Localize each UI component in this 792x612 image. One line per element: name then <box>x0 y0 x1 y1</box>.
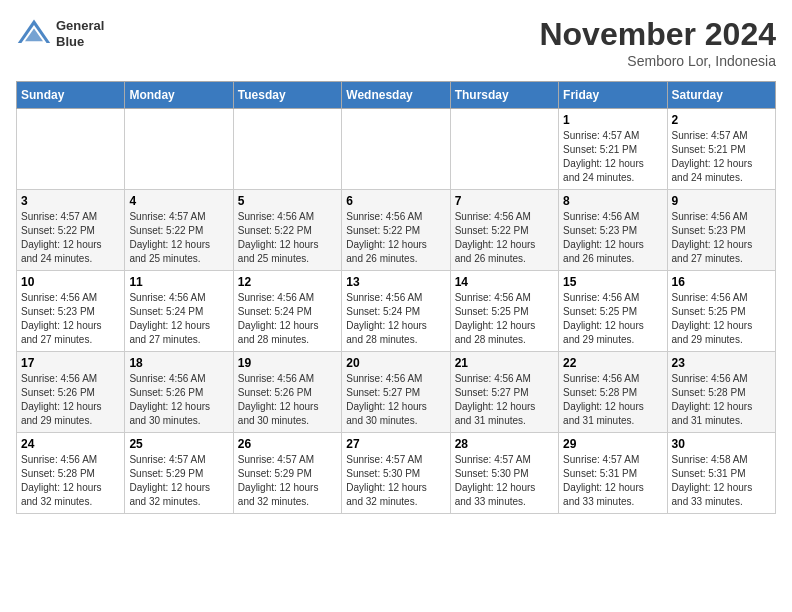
day-number: 30 <box>672 437 771 451</box>
day-number: 21 <box>455 356 554 370</box>
day-number: 3 <box>21 194 120 208</box>
logo: General Blue <box>16 16 104 52</box>
day-number: 7 <box>455 194 554 208</box>
calendar-cell: 11Sunrise: 4:56 AM Sunset: 5:24 PM Dayli… <box>125 271 233 352</box>
calendar-cell: 17Sunrise: 4:56 AM Sunset: 5:26 PM Dayli… <box>17 352 125 433</box>
calendar-cell: 9Sunrise: 4:56 AM Sunset: 5:23 PM Daylig… <box>667 190 775 271</box>
page-header: General Blue November 2024 Semboro Lor, … <box>16 16 776 69</box>
calendar-cell: 2Sunrise: 4:57 AM Sunset: 5:21 PM Daylig… <box>667 109 775 190</box>
day-info: Sunrise: 4:57 AM Sunset: 5:30 PM Dayligh… <box>346 453 445 509</box>
day-number: 26 <box>238 437 337 451</box>
calendar-week-row: 17Sunrise: 4:56 AM Sunset: 5:26 PM Dayli… <box>17 352 776 433</box>
day-number: 13 <box>346 275 445 289</box>
logo-line2: Blue <box>56 34 104 50</box>
weekday-header: Tuesday <box>233 82 341 109</box>
day-info: Sunrise: 4:57 AM Sunset: 5:29 PM Dayligh… <box>129 453 228 509</box>
day-number: 6 <box>346 194 445 208</box>
day-number: 18 <box>129 356 228 370</box>
calendar-cell: 29Sunrise: 4:57 AM Sunset: 5:31 PM Dayli… <box>559 433 667 514</box>
day-number: 8 <box>563 194 662 208</box>
day-info: Sunrise: 4:56 AM Sunset: 5:28 PM Dayligh… <box>21 453 120 509</box>
day-info: Sunrise: 4:56 AM Sunset: 5:23 PM Dayligh… <box>563 210 662 266</box>
day-info: Sunrise: 4:56 AM Sunset: 5:22 PM Dayligh… <box>455 210 554 266</box>
day-info: Sunrise: 4:56 AM Sunset: 5:25 PM Dayligh… <box>563 291 662 347</box>
calendar-cell: 14Sunrise: 4:56 AM Sunset: 5:25 PM Dayli… <box>450 271 558 352</box>
location: Semboro Lor, Indonesia <box>539 53 776 69</box>
day-number: 17 <box>21 356 120 370</box>
calendar-cell: 10Sunrise: 4:56 AM Sunset: 5:23 PM Dayli… <box>17 271 125 352</box>
day-info: Sunrise: 4:56 AM Sunset: 5:26 PM Dayligh… <box>21 372 120 428</box>
calendar-cell: 8Sunrise: 4:56 AM Sunset: 5:23 PM Daylig… <box>559 190 667 271</box>
day-info: Sunrise: 4:58 AM Sunset: 5:31 PM Dayligh… <box>672 453 771 509</box>
day-number: 22 <box>563 356 662 370</box>
day-number: 1 <box>563 113 662 127</box>
calendar-cell: 26Sunrise: 4:57 AM Sunset: 5:29 PM Dayli… <box>233 433 341 514</box>
calendar-cell: 4Sunrise: 4:57 AM Sunset: 5:22 PM Daylig… <box>125 190 233 271</box>
day-number: 10 <box>21 275 120 289</box>
day-info: Sunrise: 4:56 AM Sunset: 5:22 PM Dayligh… <box>238 210 337 266</box>
logo-text: General Blue <box>56 18 104 49</box>
day-info: Sunrise: 4:56 AM Sunset: 5:23 PM Dayligh… <box>672 210 771 266</box>
day-number: 2 <box>672 113 771 127</box>
weekday-header: Monday <box>125 82 233 109</box>
day-info: Sunrise: 4:56 AM Sunset: 5:24 PM Dayligh… <box>238 291 337 347</box>
day-info: Sunrise: 4:57 AM Sunset: 5:29 PM Dayligh… <box>238 453 337 509</box>
calendar-cell: 13Sunrise: 4:56 AM Sunset: 5:24 PM Dayli… <box>342 271 450 352</box>
calendar-cell: 28Sunrise: 4:57 AM Sunset: 5:30 PM Dayli… <box>450 433 558 514</box>
calendar-cell: 18Sunrise: 4:56 AM Sunset: 5:26 PM Dayli… <box>125 352 233 433</box>
day-number: 16 <box>672 275 771 289</box>
calendar-table: SundayMondayTuesdayWednesdayThursdayFrid… <box>16 81 776 514</box>
day-number: 9 <box>672 194 771 208</box>
calendar-cell: 23Sunrise: 4:56 AM Sunset: 5:28 PM Dayli… <box>667 352 775 433</box>
calendar-cell: 3Sunrise: 4:57 AM Sunset: 5:22 PM Daylig… <box>17 190 125 271</box>
calendar-cell: 21Sunrise: 4:56 AM Sunset: 5:27 PM Dayli… <box>450 352 558 433</box>
calendar-cell: 25Sunrise: 4:57 AM Sunset: 5:29 PM Dayli… <box>125 433 233 514</box>
calendar-cell: 6Sunrise: 4:56 AM Sunset: 5:22 PM Daylig… <box>342 190 450 271</box>
calendar-cell <box>17 109 125 190</box>
calendar-cell: 7Sunrise: 4:56 AM Sunset: 5:22 PM Daylig… <box>450 190 558 271</box>
day-number: 20 <box>346 356 445 370</box>
day-info: Sunrise: 4:56 AM Sunset: 5:24 PM Dayligh… <box>346 291 445 347</box>
day-info: Sunrise: 4:57 AM Sunset: 5:22 PM Dayligh… <box>21 210 120 266</box>
logo-icon <box>16 16 52 52</box>
day-number: 24 <box>21 437 120 451</box>
day-info: Sunrise: 4:56 AM Sunset: 5:23 PM Dayligh… <box>21 291 120 347</box>
calendar-cell: 24Sunrise: 4:56 AM Sunset: 5:28 PM Dayli… <box>17 433 125 514</box>
day-number: 14 <box>455 275 554 289</box>
day-info: Sunrise: 4:56 AM Sunset: 5:24 PM Dayligh… <box>129 291 228 347</box>
logo-line1: General <box>56 18 104 34</box>
day-info: Sunrise: 4:56 AM Sunset: 5:25 PM Dayligh… <box>455 291 554 347</box>
calendar-cell <box>125 109 233 190</box>
calendar-week-row: 24Sunrise: 4:56 AM Sunset: 5:28 PM Dayli… <box>17 433 776 514</box>
weekday-header: Saturday <box>667 82 775 109</box>
day-info: Sunrise: 4:57 AM Sunset: 5:22 PM Dayligh… <box>129 210 228 266</box>
day-info: Sunrise: 4:57 AM Sunset: 5:31 PM Dayligh… <box>563 453 662 509</box>
day-info: Sunrise: 4:57 AM Sunset: 5:21 PM Dayligh… <box>563 129 662 185</box>
calendar-cell: 22Sunrise: 4:56 AM Sunset: 5:28 PM Dayli… <box>559 352 667 433</box>
day-number: 25 <box>129 437 228 451</box>
day-info: Sunrise: 4:56 AM Sunset: 5:25 PM Dayligh… <box>672 291 771 347</box>
day-info: Sunrise: 4:56 AM Sunset: 5:26 PM Dayligh… <box>129 372 228 428</box>
month-title: November 2024 <box>539 16 776 53</box>
day-info: Sunrise: 4:56 AM Sunset: 5:22 PM Dayligh… <box>346 210 445 266</box>
day-info: Sunrise: 4:56 AM Sunset: 5:27 PM Dayligh… <box>455 372 554 428</box>
calendar-cell <box>450 109 558 190</box>
day-number: 5 <box>238 194 337 208</box>
weekday-header: Sunday <box>17 82 125 109</box>
weekday-header-row: SundayMondayTuesdayWednesdayThursdayFrid… <box>17 82 776 109</box>
day-number: 27 <box>346 437 445 451</box>
day-info: Sunrise: 4:56 AM Sunset: 5:28 PM Dayligh… <box>672 372 771 428</box>
calendar-cell: 19Sunrise: 4:56 AM Sunset: 5:26 PM Dayli… <box>233 352 341 433</box>
day-info: Sunrise: 4:57 AM Sunset: 5:21 PM Dayligh… <box>672 129 771 185</box>
day-number: 29 <box>563 437 662 451</box>
calendar-cell: 1Sunrise: 4:57 AM Sunset: 5:21 PM Daylig… <box>559 109 667 190</box>
day-number: 19 <box>238 356 337 370</box>
day-number: 15 <box>563 275 662 289</box>
calendar-week-row: 1Sunrise: 4:57 AM Sunset: 5:21 PM Daylig… <box>17 109 776 190</box>
calendar-cell: 5Sunrise: 4:56 AM Sunset: 5:22 PM Daylig… <box>233 190 341 271</box>
calendar-cell: 30Sunrise: 4:58 AM Sunset: 5:31 PM Dayli… <box>667 433 775 514</box>
calendar-cell: 27Sunrise: 4:57 AM Sunset: 5:30 PM Dayli… <box>342 433 450 514</box>
title-block: November 2024 Semboro Lor, Indonesia <box>539 16 776 69</box>
day-number: 4 <box>129 194 228 208</box>
day-info: Sunrise: 4:56 AM Sunset: 5:27 PM Dayligh… <box>346 372 445 428</box>
